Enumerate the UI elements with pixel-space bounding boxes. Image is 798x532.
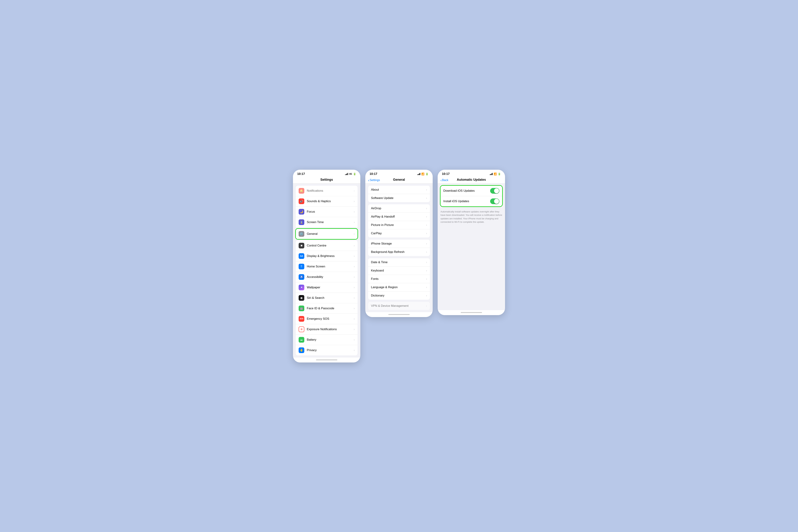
- control-centre-icon: ▦: [299, 243, 304, 248]
- wifi-icon-3: 📶: [494, 173, 497, 175]
- back-label-3: Back: [442, 178, 449, 182]
- status-bar-2: 10:17 📶 🔋: [365, 170, 433, 177]
- back-chevron-3: ‹: [440, 178, 442, 182]
- row-sounds[interactable]: 🔊 Sounds & Haptics ›: [296, 196, 358, 207]
- status-bar-1: 10:17 4G 🔋: [293, 170, 360, 177]
- background-refresh-chevron: ›: [426, 250, 427, 253]
- row-install-ios[interactable]: Install iOS Updates: [440, 196, 502, 206]
- row-keyboard[interactable]: Keyboard ›: [368, 267, 430, 275]
- row-airdrop[interactable]: AirDrop ›: [368, 204, 430, 213]
- privacy-label: Privacy: [307, 348, 354, 352]
- accessibility-chevron: ›: [354, 276, 355, 279]
- row-date-time[interactable]: Date & Time ›: [368, 258, 430, 267]
- home-indicator-1: [293, 358, 360, 362]
- row-exposure[interactable]: ✳ Exposure Notifications ›: [296, 324, 358, 335]
- focus-chevron: ›: [354, 210, 355, 213]
- wallpaper-chevron: ›: [354, 286, 355, 289]
- row-focus[interactable]: 🌙 Focus ›: [296, 207, 358, 217]
- row-home-screen[interactable]: ⠿ Home Screen ›: [296, 261, 358, 272]
- dictionary-chevron: ›: [426, 294, 427, 297]
- vpn-section: VPN & Device Management ›: [368, 302, 430, 310]
- row-airplay[interactable]: AirPlay & Handoff ›: [368, 213, 430, 221]
- row-accessibility[interactable]: ♿ Accessibility ›: [296, 272, 358, 282]
- airplay-chevron: ›: [426, 215, 427, 218]
- storage-section: iPhone Storage › Background App Refresh …: [368, 240, 430, 256]
- time-2: 10:17: [369, 172, 377, 176]
- screen3-title: Automatic Updates: [457, 178, 486, 182]
- row-display-brightness[interactable]: AA Display & Brightness ›: [296, 251, 358, 261]
- siri-chevron: ›: [354, 296, 355, 300]
- row-carplay[interactable]: CarPlay ›: [368, 229, 430, 238]
- install-ios-label: Install iOS Updates: [443, 200, 490, 203]
- settings-section-2: ▦ Control Centre › AA Display & Brightne…: [296, 241, 358, 355]
- airdrop-label: AirDrop: [371, 207, 426, 210]
- exposure-chevron: ›: [354, 328, 355, 331]
- back-chevron-2: ‹: [368, 178, 369, 182]
- network-type-1: 4G: [349, 173, 352, 175]
- home-bar-3: [461, 312, 482, 313]
- row-emergency-sos[interactable]: SOS Emergency SOS ›: [296, 314, 358, 324]
- row-battery[interactable]: ▬ Battery ›: [296, 335, 358, 345]
- dictionary-label: Dictionary: [371, 294, 426, 298]
- row-about[interactable]: About ›: [368, 186, 430, 194]
- settings-list-1: 🔔 Notifications › 🔊 Sounds & Haptics › 🌙: [293, 184, 360, 358]
- screen2-title: General: [393, 178, 405, 182]
- row-control-centre[interactable]: ▦ Control Centre ›: [296, 241, 358, 251]
- battery-label: Battery: [307, 338, 354, 342]
- status-icons-1: 4G 🔋: [345, 173, 356, 175]
- time-1: 10:17: [297, 172, 305, 176]
- row-picture-in-picture[interactable]: Picture in Picture ›: [368, 221, 430, 229]
- row-background-refresh[interactable]: Background App Refresh ›: [368, 248, 430, 256]
- keyboard-label: Keyboard: [371, 269, 426, 272]
- row-notifications[interactable]: 🔔 Notifications ›: [296, 186, 358, 196]
- sounds-icon: 🔊: [299, 198, 304, 204]
- wallpaper-icon: ✦: [299, 285, 304, 290]
- keyboard-chevron: ›: [426, 269, 427, 272]
- row-dictionary[interactable]: Dictionary ›: [368, 291, 430, 300]
- picture-in-picture-label: Picture in Picture: [371, 223, 426, 227]
- battery-icon-1: 🔋: [353, 173, 356, 175]
- home-screen-chevron: ›: [354, 265, 355, 268]
- download-ios-toggle[interactable]: [490, 188, 499, 194]
- screen-time-icon: ⌛: [299, 220, 304, 225]
- software-update-label: Software Update: [371, 196, 426, 200]
- row-siri[interactable]: ◉ Siri & Search ›: [296, 293, 358, 303]
- siri-icon: ◉: [299, 295, 304, 301]
- battery-icon-2: 🔋: [425, 173, 429, 175]
- general-label: General: [307, 232, 354, 236]
- row-wallpaper[interactable]: ✦ Wallpaper ›: [296, 282, 358, 293]
- row-fonts[interactable]: Fonts ›: [368, 275, 430, 283]
- battery-icon-3: 🔋: [498, 173, 501, 175]
- carplay-label: CarPlay: [371, 232, 426, 235]
- home-bar-1: [316, 359, 337, 360]
- install-ios-toggle[interactable]: [490, 198, 499, 204]
- row-face-id[interactable]: 🤖 Face ID & Passcode ›: [296, 303, 358, 314]
- signal-icon-2: [417, 173, 420, 175]
- notifications-icon: 🔔: [299, 188, 304, 194]
- row-general[interactable]: ⚙️ General ›: [296, 229, 358, 239]
- signal-icon-3: [490, 173, 493, 175]
- general-list: About › Software Update › AirDrop ›: [365, 184, 433, 312]
- row-download-ios[interactable]: Download iOS Updates: [440, 186, 502, 196]
- row-privacy[interactable]: 🤚 Privacy ›: [296, 345, 358, 355]
- screen-container: 10:17 4G 🔋 Settings 🔔: [293, 170, 505, 362]
- carplay-chevron: ›: [426, 232, 427, 235]
- iphone-storage-label: iPhone Storage: [371, 242, 426, 245]
- back-button-3[interactable]: ‹ Back: [440, 178, 448, 182]
- row-iphone-storage[interactable]: iPhone Storage ›: [368, 240, 430, 248]
- row-language-region[interactable]: Language & Region ›: [368, 283, 430, 291]
- picture-in-picture-chevron: ›: [426, 224, 427, 227]
- control-centre-chevron: ›: [354, 244, 355, 247]
- emergency-sos-icon: SOS: [299, 316, 304, 322]
- row-software-update[interactable]: Software Update ›: [368, 194, 430, 202]
- privacy-chevron: ›: [354, 349, 355, 352]
- language-region-chevron: ›: [426, 286, 427, 289]
- display-brightness-icon: AA: [299, 253, 304, 259]
- general-icon: ⚙️: [299, 231, 304, 237]
- row-screen-time[interactable]: ⌛ Screen Time ›: [296, 217, 358, 227]
- general-chevron: ›: [354, 232, 355, 235]
- row-vpn[interactable]: VPN & Device Management ›: [368, 302, 430, 310]
- status-icons-2: 📶 🔋: [417, 173, 429, 175]
- back-button-2[interactable]: ‹ Settings: [368, 178, 380, 182]
- accessibility-icon: ♿: [299, 274, 304, 280]
